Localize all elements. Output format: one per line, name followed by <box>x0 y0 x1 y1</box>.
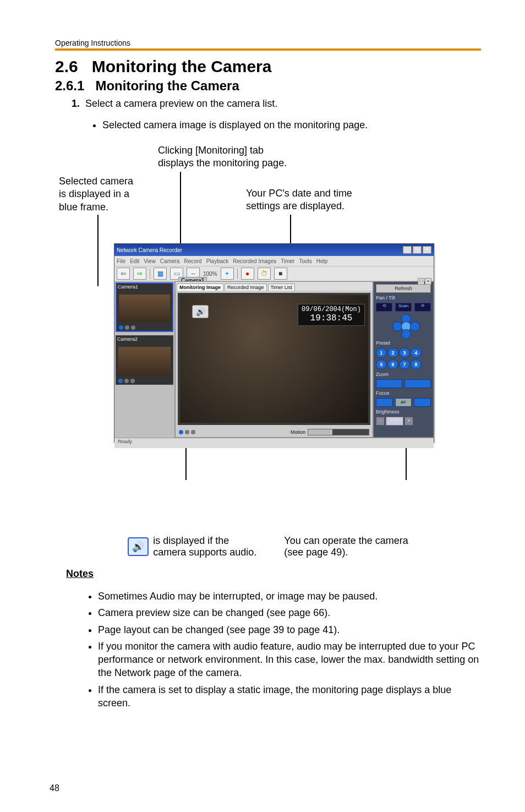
callout-line: Your PC's date and time <box>246 188 352 199</box>
preset-grid: 1 2 3 4 5 6 7 8 <box>376 348 431 369</box>
indicator-dot <box>119 325 123 330</box>
menu-item[interactable]: Recorded Images <box>233 258 276 264</box>
monitor-tabs: Monitoring Image Recorded Image Timer Li… <box>176 282 373 291</box>
note-item: If you monitor the camera with audio fea… <box>98 640 481 680</box>
indicator-dot <box>191 430 195 434</box>
motion-bar <box>308 429 369 435</box>
zoom-in-button[interactable]: + <box>221 268 234 280</box>
camera-indicators <box>118 379 135 383</box>
back-button[interactable]: ⇦ <box>117 268 130 280</box>
timer-button[interactable]: ⏱ <box>258 268 271 280</box>
running-head: Operating Instructions <box>55 39 481 47</box>
header-rule <box>55 48 481 51</box>
step-line: 1.Select a camera preview on the camera … <box>72 98 481 110</box>
close-button[interactable]: × <box>423 246 431 254</box>
indicator-dot <box>124 379 129 383</box>
preset-button[interactable]: 3 <box>399 348 410 358</box>
camera-thumb <box>119 295 170 322</box>
inner-maximize-icon[interactable]: □ <box>418 278 424 285</box>
camera-preview-2[interactable]: Camera2 <box>116 335 173 385</box>
status-bar: Ready <box>114 438 434 448</box>
preset-button[interactable]: 2 <box>387 348 398 358</box>
menu-item[interactable]: Record <box>184 258 201 264</box>
view-grid-button[interactable]: ▦ <box>154 268 167 280</box>
scan-left-button[interactable]: ⟲ <box>376 303 392 312</box>
menu-item[interactable]: Camera <box>160 258 180 264</box>
timestamp-date: 09/06/2004(Mon) <box>302 306 361 313</box>
maximize-button[interactable]: □ <box>413 246 422 254</box>
tab-monitoring-image[interactable]: Monitoring Image <box>177 284 223 291</box>
step-sub-bullet: Selected camera image is displayed on th… <box>102 119 481 131</box>
window-title: Network Camera Recorder <box>117 247 182 253</box>
menu-item[interactable]: Timer <box>281 258 294 264</box>
tab-recorded-image[interactable]: Recorded Image <box>225 284 267 291</box>
tab-timer-list[interactable]: Timer List <box>268 284 295 291</box>
callout-monitoring-tab: Clicking [Monitoring] tab displays the m… <box>158 144 287 170</box>
below-diagram-callouts: 🔊 is displayed if the camera supports au… <box>59 535 477 558</box>
pan-right-button[interactable] <box>410 321 420 331</box>
zoom-out-button[interactable] <box>376 379 402 388</box>
speaker-icon: 🔊 <box>128 537 149 556</box>
brightness-std-button[interactable]: STD <box>386 417 403 426</box>
minimize-button[interactable]: _ <box>403 246 412 254</box>
app-body: Camera1 Camera2 <box>114 281 434 438</box>
focus-near-button[interactable] <box>376 398 393 407</box>
pantilt-label: Pan / Tilt <box>376 295 431 301</box>
refresh-button[interactable]: Refresh <box>376 284 431 293</box>
indicator-dot <box>179 430 183 434</box>
menu-item[interactable]: Playback <box>206 258 229 264</box>
callout-line: settings are displayed. <box>246 200 344 211</box>
preset-button[interactable]: 1 <box>376 348 387 358</box>
camera-preview-1[interactable]: Camera1 <box>116 282 173 332</box>
preset-button[interactable]: 4 <box>411 348 422 358</box>
record-button[interactable]: ● <box>241 268 254 280</box>
title-bar[interactable]: Network Camera Recorder _ □ × <box>114 244 434 256</box>
subsection-number: 2.6.1 <box>55 78 84 93</box>
note-item: Camera preview size can be changed (see … <box>98 606 481 619</box>
menu-item[interactable]: Edit <box>130 258 139 264</box>
tilt-down-button[interactable] <box>401 329 411 339</box>
monitoring-image[interactable]: 🔊 09/06/2004(Mon) 19:38:45 <box>178 293 370 425</box>
speaker-icon[interactable]: 🔊 <box>192 305 209 318</box>
forward-button[interactable]: ⇨ <box>133 268 146 280</box>
separator <box>150 268 150 279</box>
preset-button[interactable]: 7 <box>399 359 410 369</box>
zoom-in-button[interactable] <box>404 379 431 388</box>
callout-operate-camera: You can operate the camera (see page 49)… <box>284 535 408 558</box>
stop-button[interactable]: ■ <box>274 268 287 280</box>
notes-heading: Notes <box>66 568 481 580</box>
camera-thumb <box>118 347 171 375</box>
notes-list: Sometimes Audio may be interrupted, or i… <box>88 590 481 710</box>
inner-close-icon[interactable]: × <box>425 278 431 285</box>
scan-right-button[interactable]: ⟳ <box>414 303 431 312</box>
menu-item[interactable]: View <box>144 258 156 264</box>
tool-bar: ⇦ ⇨ ▦ ▭ – 100% + ● ⏱ ■ <box>114 266 434 281</box>
scan-button[interactable]: Scan <box>395 303 412 312</box>
focus-far-button[interactable] <box>414 398 431 407</box>
callout-line: You can operate the camera <box>284 535 408 546</box>
app-window: Network Camera Recorder _ □ × File Edit … <box>114 243 434 443</box>
monitor-pane: Monitoring Image Recorded Image Timer Li… <box>175 281 373 438</box>
note-item: If the camera is set to display a static… <box>98 683 481 710</box>
menu-item[interactable]: File <box>117 258 125 264</box>
brightness-up-button[interactable]: + <box>404 417 413 426</box>
callout-line: Selected camera <box>59 176 133 187</box>
camera-indicators <box>119 325 135 330</box>
preset-button[interactable]: 8 <box>411 359 422 369</box>
indicator-dot <box>131 325 135 330</box>
menu-bar[interactable]: File Edit View Camera Record Playback Re… <box>114 256 434 266</box>
callout-date-time: Your PC's date and time settings are dis… <box>246 187 352 213</box>
preset-button[interactable]: 5 <box>376 359 387 369</box>
step-text: Select a camera preview on the camera li… <box>85 98 277 109</box>
timestamp-time: 19:38:45 <box>302 313 361 324</box>
focus-auto-button[interactable]: AF <box>395 398 412 407</box>
inner-window-buttons: □ × <box>418 278 431 285</box>
brightness-down-button[interactable]: - <box>376 417 385 426</box>
callout-line: is displayed if the <box>153 535 229 546</box>
control-panel: Refresh Pan / Tilt ⟲ Scan ⟳ Preset <box>373 281 434 438</box>
preset-button[interactable]: 6 <box>387 359 398 369</box>
menu-item[interactable]: Help <box>316 258 328 264</box>
menu-item[interactable]: Tools <box>299 258 311 264</box>
subsection-heading: 2.6.1 Monitoring the Camera <box>55 78 481 94</box>
indicator-dot <box>125 325 129 330</box>
